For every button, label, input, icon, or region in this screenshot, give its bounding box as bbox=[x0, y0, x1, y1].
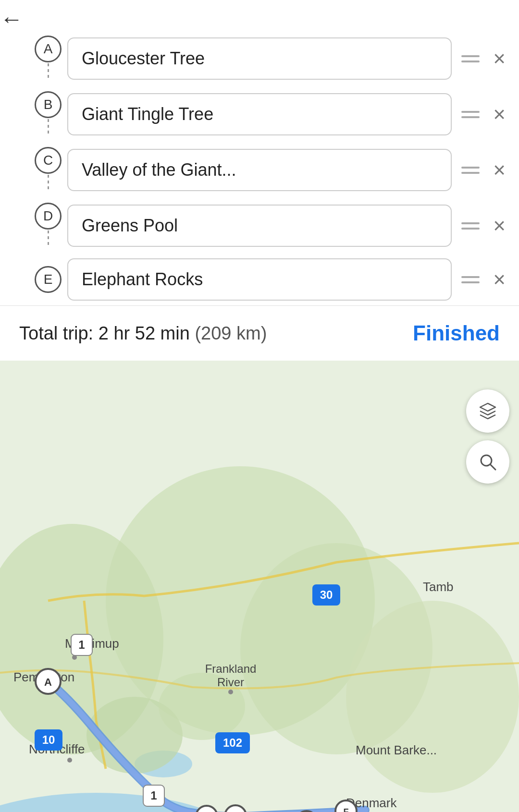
waypoint-input-e[interactable] bbox=[67, 258, 452, 301]
waypoint-input-b[interactable] bbox=[67, 93, 452, 135]
svg-text:River: River bbox=[217, 676, 244, 689]
waypoint-connector-e: E bbox=[29, 266, 67, 293]
trip-distance: (209 km) bbox=[195, 323, 267, 343]
waypoint-input-row-a: × bbox=[67, 37, 509, 80]
svg-text:Tamb: Tamb bbox=[423, 580, 454, 594]
waypoint-circle-e: E bbox=[35, 266, 62, 293]
waypoint-connector-a: A bbox=[29, 36, 67, 82]
back-button[interactable]: ← bbox=[0, 8, 23, 31]
svg-text:A: A bbox=[44, 676, 52, 688]
finished-button[interactable]: Finished bbox=[413, 321, 500, 345]
map-svg: Manjimup Pemberton Northcliffe Frankland… bbox=[0, 361, 519, 812]
drag-handle-e[interactable] bbox=[459, 274, 482, 285]
trip-summary-bar: Total trip: 2 hr 52 min (209 km) Finishe… bbox=[0, 305, 519, 361]
svg-text:1: 1 bbox=[78, 638, 85, 651]
waypoint-item-a: A × bbox=[29, 31, 509, 86]
waypoint-input-d[interactable] bbox=[67, 205, 452, 247]
svg-text:102: 102 bbox=[223, 736, 242, 749]
waypoints-section: A × B × bbox=[0, 31, 519, 305]
dotted-line-b bbox=[48, 119, 49, 136]
waypoint-input-row-e: × bbox=[67, 258, 509, 301]
dotted-line-c bbox=[48, 175, 49, 192]
waypoint-item-b: B × bbox=[29, 86, 509, 142]
drag-handle-b[interactable] bbox=[459, 109, 482, 120]
waypoint-input-a[interactable] bbox=[67, 37, 452, 80]
search-icon bbox=[478, 452, 497, 472]
waypoint-connector-b: B bbox=[29, 91, 67, 137]
svg-marker-46 bbox=[480, 403, 495, 411]
dotted-line-a bbox=[48, 63, 49, 81]
waypoint-circle-c: C bbox=[35, 147, 62, 174]
svg-line-48 bbox=[490, 464, 495, 470]
remove-waypoint-b[interactable]: × bbox=[489, 102, 509, 127]
waypoint-item-d: D × bbox=[29, 198, 509, 254]
trip-info-text: Total trip: 2 hr 52 min (209 km) bbox=[19, 323, 267, 344]
trip-duration: Total trip: 2 hr 52 min bbox=[19, 323, 190, 343]
svg-point-18 bbox=[228, 690, 233, 694]
svg-text:1: 1 bbox=[150, 789, 157, 802]
remove-waypoint-a[interactable]: × bbox=[489, 46, 509, 71]
waypoint-circle-a: A bbox=[35, 36, 62, 62]
waypoint-input-row-d: × bbox=[67, 205, 509, 247]
svg-text:30: 30 bbox=[320, 588, 333, 601]
svg-text:Mount Barke...: Mount Barke... bbox=[356, 743, 437, 757]
svg-text:Frankland: Frankland bbox=[205, 662, 257, 675]
layers-button[interactable] bbox=[466, 389, 509, 433]
waypoint-item-e: E × bbox=[29, 254, 509, 305]
drag-handle-a[interactable] bbox=[459, 53, 482, 64]
waypoint-input-c[interactable] bbox=[67, 149, 452, 191]
waypoint-circle-d: D bbox=[35, 203, 62, 230]
waypoint-connector-d: D bbox=[29, 203, 67, 249]
waypoint-circle-b: B bbox=[35, 91, 62, 118]
drag-handle-d[interactable] bbox=[459, 220, 482, 231]
dotted-line-d bbox=[48, 230, 49, 248]
map-controls bbox=[466, 389, 509, 484]
remove-waypoint-d[interactable]: × bbox=[489, 213, 509, 238]
svg-point-15 bbox=[67, 758, 72, 763]
waypoint-connector-c: C bbox=[29, 147, 67, 193]
remove-waypoint-e[interactable]: × bbox=[489, 267, 509, 292]
drag-handle-c[interactable] bbox=[459, 165, 482, 176]
waypoint-input-row-b: × bbox=[67, 93, 509, 135]
search-map-button[interactable] bbox=[466, 440, 509, 484]
header-area: ← bbox=[0, 0, 519, 31]
svg-text:F: F bbox=[344, 807, 349, 812]
map-section[interactable]: Manjimup Pemberton Northcliffe Frankland… bbox=[0, 361, 519, 812]
layers-icon bbox=[478, 401, 497, 421]
svg-text:10: 10 bbox=[42, 733, 55, 746]
remove-waypoint-c[interactable]: × bbox=[489, 158, 509, 182]
waypoint-item-c: C × bbox=[29, 142, 509, 198]
waypoint-input-row-c: × bbox=[67, 149, 509, 191]
waypoint-list: A × B × bbox=[29, 31, 519, 305]
svg-point-8 bbox=[346, 601, 519, 793]
